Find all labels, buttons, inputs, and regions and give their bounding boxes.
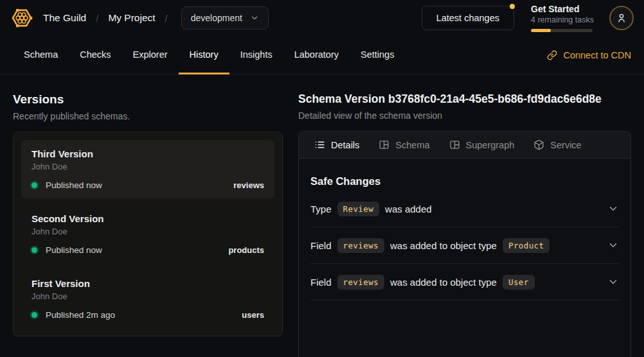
detail-tab-service[interactable]: Service (533, 139, 581, 150)
version-author: John Doe (31, 227, 264, 236)
notification-dot (510, 4, 515, 9)
published-status-dot (31, 247, 37, 253)
change-prefix: Type (310, 204, 332, 214)
detail-tab-label: Supergraph (466, 140, 515, 150)
target-selector-dropdown[interactable]: development (181, 6, 269, 30)
version-title: First Version (31, 278, 264, 289)
published-status-dot (31, 312, 37, 318)
get-started-subtitle: 4 remaining tasks (531, 15, 593, 24)
service-name: products (228, 245, 264, 255)
versions-list: Third Version John Doe Published now rev… (13, 132, 283, 336)
tab-checks[interactable]: Checks (69, 36, 121, 74)
published-status-dot (31, 182, 37, 188)
user-icon (616, 12, 627, 24)
panels-icon (449, 139, 460, 150)
breadcrumb-separator: / (96, 13, 98, 24)
cube-icon (533, 139, 544, 150)
code-chip: reviews (337, 275, 384, 290)
breadcrumb-org[interactable]: The Guild (43, 12, 86, 24)
detail-tab-schema[interactable]: Schema (379, 139, 429, 150)
schema-version-title: Schema Version b3768fc0-21a4-45e5-b686-f… (298, 92, 631, 106)
published-label: Published now (46, 180, 102, 190)
published-label: Published now (46, 245, 102, 255)
main-content: Versions Recently published schemas. Thi… (0, 74, 644, 357)
schema-version-panel: Schema Version b3768fc0-21a4-45e5-b686-f… (298, 92, 631, 357)
guild-logo-icon[interactable] (10, 6, 33, 30)
target-selector-value: development (191, 13, 242, 23)
code-chip: Product (503, 238, 550, 253)
change-row-field-user[interactable]: Field reviews was added to object type U… (310, 264, 619, 300)
detail-tab-label: Schema (395, 140, 429, 150)
chevron-down-icon[interactable] (607, 276, 619, 288)
tab-schema[interactable]: Schema (13, 36, 69, 74)
detail-tab-details[interactable]: Details (314, 139, 359, 150)
chevron-down-icon[interactable] (607, 239, 619, 251)
change-prefix: Field (310, 240, 332, 251)
code-chip: User (503, 275, 535, 290)
versions-subtitle: Recently published schemas. (13, 111, 283, 121)
versions-panel: Versions Recently published schemas. Thi… (13, 92, 283, 357)
panels-icon (379, 139, 389, 150)
version-item-third[interactable]: Third Version John Doe Published now rev… (21, 140, 274, 198)
schema-version-subtitle: Detailed view of the schema version (298, 110, 631, 121)
change-row-type-review[interactable]: Type Review was added (310, 191, 619, 227)
safe-changes-heading: Safe Changes (310, 175, 619, 187)
link-icon (547, 50, 557, 60)
change-suffix: was added to object type (390, 277, 497, 288)
version-author: John Doe (31, 292, 264, 301)
latest-changes-button[interactable]: Latest changes (422, 6, 514, 30)
service-name: users (242, 310, 264, 320)
tab-history[interactable]: History (179, 36, 229, 74)
change-suffix: was added to object type (390, 240, 497, 251)
chevron-down-icon[interactable] (607, 203, 619, 214)
tab-laboratory[interactable]: Laboratory (283, 36, 350, 74)
tab-settings[interactable]: Settings (350, 36, 405, 74)
code-chip: reviews (337, 238, 384, 253)
schema-version-card: Details Schema Supergraph (298, 131, 631, 357)
detail-tabs: Details Schema Supergraph (299, 132, 631, 159)
breadcrumb-project[interactable]: My Project (108, 12, 155, 24)
published-label: Published 2m ago (46, 310, 115, 320)
user-avatar[interactable] (609, 6, 634, 30)
version-item-second[interactable]: Second Version John Doe Published now pr… (21, 205, 274, 263)
get-started-progress-fill (531, 29, 551, 32)
connect-to-cdn-label: Connect to CDN (563, 50, 631, 60)
change-prefix: Field (310, 277, 332, 288)
get-started-widget[interactable]: Get Started 4 remaining tasks (531, 4, 593, 32)
latest-changes-label: Latest changes (436, 13, 499, 23)
version-author: John Doe (31, 162, 264, 171)
version-title: Third Version (31, 148, 264, 159)
app-header: The Guild / My Project / development Lat… (0, 0, 644, 36)
tab-insights[interactable]: Insights (229, 36, 283, 74)
version-title: Second Version (31, 213, 264, 224)
detail-tab-label: Service (550, 140, 581, 150)
tab-explorer[interactable]: Explorer (122, 36, 179, 74)
detail-tab-label: Details (331, 140, 359, 150)
get-started-progressbar (531, 29, 593, 32)
change-row-field-product[interactable]: Field reviews was added to object type P… (310, 227, 619, 264)
get-started-title: Get Started (531, 4, 593, 14)
service-name: reviews (233, 180, 264, 190)
change-suffix: was added (385, 204, 432, 214)
target-nav: Schema Checks Explorer History Insights … (0, 36, 644, 74)
chevron-down-icon (250, 13, 259, 22)
code-chip: Review (337, 202, 380, 216)
versions-title: Versions (13, 92, 283, 107)
changes-section: Safe Changes Type Review was added Field… (299, 159, 631, 300)
list-icon (314, 139, 325, 150)
detail-tab-supergraph[interactable]: Supergraph (449, 139, 515, 150)
version-item-first[interactable]: First Version John Doe Published 2m ago … (21, 270, 274, 328)
connect-to-cdn-link[interactable]: Connect to CDN (547, 36, 631, 74)
breadcrumb-separator: / (165, 13, 168, 24)
